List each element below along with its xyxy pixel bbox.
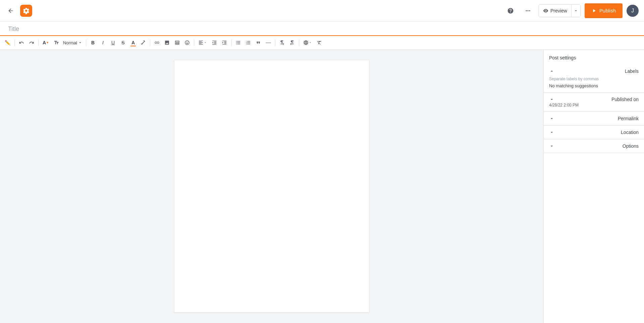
quote-button[interactable] xyxy=(254,38,263,47)
table-button[interactable] xyxy=(172,38,182,47)
title-area xyxy=(0,21,644,36)
toolbar-separator-4 xyxy=(150,39,150,46)
avatar[interactable]: J xyxy=(627,5,639,17)
indent-less-button[interactable] xyxy=(210,38,219,47)
underline-button[interactable]: U xyxy=(108,38,118,47)
preview-dropdown-button[interactable] xyxy=(572,5,580,17)
font-button[interactable]: A▼ xyxy=(41,38,51,47)
preview-wrapper: Preview xyxy=(539,4,581,17)
ltr-button[interactable] xyxy=(277,38,287,47)
publish-label: Publish xyxy=(599,8,616,13)
editor-toolbar: ✏️ A▼ Normal B I U S A xyxy=(0,36,644,50)
language-button[interactable] xyxy=(301,38,314,47)
emoji-button[interactable] xyxy=(182,38,192,47)
pencil-button[interactable]: ✏️ xyxy=(3,38,12,47)
italic-button[interactable]: I xyxy=(98,38,108,47)
topbar: Preview Publish J xyxy=(0,0,644,21)
options-section: Options xyxy=(544,139,644,153)
main-area: Post settings Labels Separate labels by … xyxy=(0,50,644,323)
toolbar-separator-2 xyxy=(38,39,39,46)
indent-more-button[interactable] xyxy=(220,38,229,47)
align-button[interactable] xyxy=(196,38,209,47)
numbered-list-button[interactable] xyxy=(244,38,253,47)
bold-button[interactable]: B xyxy=(88,38,98,47)
bullet-list-button[interactable] xyxy=(233,38,243,47)
strikethrough-button[interactable]: S xyxy=(118,38,128,47)
published-date: 4/28/22 2:00 PM xyxy=(549,103,639,107)
rtl-button[interactable] xyxy=(287,38,297,47)
heading-select[interactable]: Normal xyxy=(62,38,84,47)
redo-button[interactable] xyxy=(27,38,36,47)
no-suggestions-text: No matching suggestions xyxy=(549,83,639,88)
clear-format-button[interactable] xyxy=(315,38,324,47)
hr-button[interactable]: — xyxy=(264,38,273,47)
labels-header[interactable]: Labels xyxy=(549,68,639,74)
published-on-header[interactable]: Published on xyxy=(549,97,639,102)
link-button[interactable] xyxy=(152,38,162,47)
text-color-button[interactable]: A xyxy=(128,38,138,47)
topbar-right: Preview Publish J xyxy=(504,3,639,18)
topbar-left xyxy=(5,5,500,17)
publish-button[interactable]: Publish xyxy=(585,3,623,18)
editor-paper[interactable] xyxy=(174,60,369,312)
blogger-logo xyxy=(20,5,32,17)
labels-label: Labels xyxy=(625,68,639,74)
toolbar-separator-1 xyxy=(14,39,15,46)
location-section: Location xyxy=(544,126,644,139)
paragraph-style-button[interactable] xyxy=(52,38,61,47)
apps-button[interactable] xyxy=(521,4,535,17)
labels-section: Labels Separate labels by commas No matc… xyxy=(544,64,644,93)
image-button[interactable] xyxy=(162,38,172,47)
editor-area[interactable] xyxy=(0,50,543,323)
highlight-button[interactable] xyxy=(139,38,148,47)
permalink-label: Permalink xyxy=(618,116,639,121)
back-button[interactable] xyxy=(5,5,16,16)
published-on-section: Published on 4/28/22 2:00 PM xyxy=(544,93,644,112)
toolbar-separator-5 xyxy=(194,39,194,46)
location-label: Location xyxy=(621,130,639,135)
preview-label: Preview xyxy=(550,8,567,13)
permalink-header[interactable]: Permalink xyxy=(549,116,639,121)
published-on-label: Published on xyxy=(611,97,639,102)
post-settings-title: Post settings xyxy=(544,55,644,64)
options-header[interactable]: Options xyxy=(549,143,639,149)
toolbar-separator-7 xyxy=(275,39,275,46)
toolbar-separator-8 xyxy=(299,39,299,46)
preview-button[interactable]: Preview xyxy=(539,5,571,17)
labels-hint: Separate labels by commas xyxy=(549,77,639,81)
toolbar-separator-6 xyxy=(231,39,231,46)
help-button[interactable] xyxy=(504,4,517,17)
options-label: Options xyxy=(623,143,639,149)
location-header[interactable]: Location xyxy=(549,130,639,135)
toolbar-separator-3 xyxy=(86,39,86,46)
sidebar: Post settings Labels Separate labels by … xyxy=(543,50,644,323)
permalink-section: Permalink xyxy=(544,112,644,126)
undo-button[interactable] xyxy=(17,38,26,47)
heading-label: Normal xyxy=(63,40,77,45)
title-input[interactable] xyxy=(8,26,636,35)
